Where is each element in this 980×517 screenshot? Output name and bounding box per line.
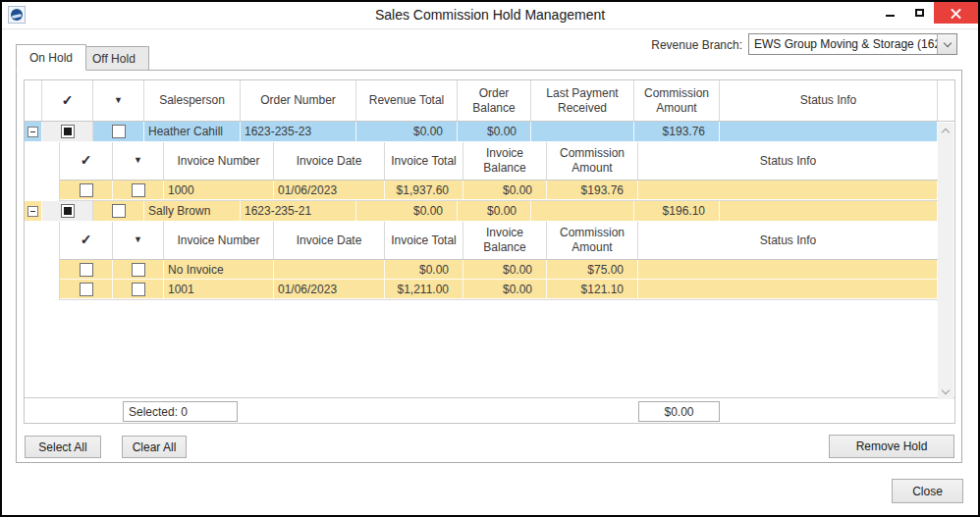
invoice-commission: $121.10 <box>547 280 638 298</box>
col-status-info[interactable]: Status Info <box>720 80 938 121</box>
grid-empty-area <box>25 300 954 397</box>
col-invoice-date[interactable]: Invoice Date <box>274 222 385 259</box>
close-button[interactable]: Close <box>892 479 963 503</box>
vertical-scrollbar[interactable] <box>938 123 953 399</box>
invoice-balance: $0.00 <box>463 280 547 298</box>
status-info <box>720 122 938 141</box>
indeterminate-checkbox[interactable] <box>61 125 75 138</box>
invoice-check-cell[interactable] <box>60 260 113 279</box>
commission-hold-grid: ✓ ▼ Salesperson Order Number Revenue Tot… <box>24 79 955 424</box>
invoice-check-cell[interactable] <box>60 181 113 199</box>
salesperson-row-heather-cahill[interactable]: Heather Cahill 1623-235-23 $0.00 $0.00 $… <box>25 122 938 142</box>
scroll-up-button[interactable] <box>938 123 953 138</box>
invoice-checkbox[interactable] <box>132 183 145 197</box>
dialog-window: Sales Commission Hold Management Revenue… <box>0 0 980 517</box>
collapse-toggle[interactable] <box>25 122 42 141</box>
col-invoice-status[interactable]: Status Info <box>638 142 938 180</box>
check-all-column-header[interactable]: ✓ <box>42 80 93 121</box>
invoice-commission: $75.00 <box>547 260 638 279</box>
scroll-down-button[interactable] <box>938 384 953 399</box>
clear-all-button[interactable]: Clear All <box>122 436 187 458</box>
group-check-cell[interactable] <box>42 201 93 221</box>
invoice-grid-sally-brown: ✓ ▼ Invoice Number Invoice Date Invoice … <box>59 222 938 300</box>
maximize-icon <box>915 9 924 17</box>
title-bar: Sales Commission Hold Management <box>2 2 978 29</box>
invoice-date: 01/06/2023 <box>274 280 385 298</box>
invoice-header-row: ✓ ▼ Invoice Number Invoice Date Invoice … <box>60 142 938 181</box>
invoice-balance: $0.00 <box>463 260 547 279</box>
select-column-header[interactable]: ▼ <box>93 80 144 121</box>
remove-hold-button[interactable]: Remove Hold <box>829 435 954 458</box>
invoice-select-cell[interactable] <box>113 260 164 279</box>
group-select-cell[interactable] <box>93 122 144 141</box>
col-commission-amount[interactable]: Commission Amount <box>634 80 720 121</box>
dropdown-arrow-icon: ▼ <box>134 155 142 166</box>
invoice-checkbox[interactable] <box>132 283 145 296</box>
invoice-balance: $0.00 <box>463 181 547 199</box>
invoice-checkbox[interactable] <box>80 183 93 197</box>
col-invoice-commission[interactable]: Commission Amount <box>547 142 638 180</box>
invoice-total: $1,211.00 <box>385 280 463 298</box>
minimize-button[interactable] <box>875 2 904 24</box>
col-invoice-number[interactable]: Invoice Number <box>164 142 274 180</box>
col-invoice-total[interactable]: Invoice Total <box>385 142 463 180</box>
col-invoice-balance[interactable]: Invoice Balance <box>463 222 547 259</box>
col-invoice-total[interactable]: Invoice Total <box>385 222 463 259</box>
invoice-select-cell[interactable] <box>113 181 164 199</box>
invoice-row-no-invoice[interactable]: No Invoice $0.00 $0.00 $75.00 <box>60 260 938 280</box>
col-order-balance[interactable]: Order Balance <box>458 80 531 121</box>
col-last-payment[interactable]: Last Payment Received <box>531 80 634 121</box>
invoice-checkbox[interactable] <box>80 283 93 296</box>
invoice-select-cell[interactable] <box>113 280 164 298</box>
close-icon <box>951 8 961 19</box>
commission-amount: $196.10 <box>634 201 720 221</box>
col-revenue-total[interactable]: Revenue Total <box>356 80 458 121</box>
invoice-check-all-header[interactable]: ✓ <box>60 142 113 180</box>
row-checkbox[interactable] <box>112 125 126 138</box>
col-invoice-balance[interactable]: Invoice Balance <box>463 142 547 180</box>
col-invoice-status[interactable]: Status Info <box>638 222 938 259</box>
col-salesperson[interactable]: Salesperson <box>144 80 241 121</box>
invoice-select-header[interactable]: ▼ <box>113 142 164 180</box>
selected-count-box: Selected: 0 <box>123 401 238 422</box>
group-check-cell[interactable] <box>42 122 93 141</box>
invoice-select-header[interactable]: ▼ <box>113 222 164 259</box>
revenue-branch-select[interactable]: EWS Group Moving & Storage (1623) <box>748 33 957 55</box>
last-payment-received <box>531 201 634 221</box>
col-order-number[interactable]: Order Number <box>241 80 356 121</box>
invoice-check-all-header[interactable]: ✓ <box>60 222 113 259</box>
salesperson-name: Sally Brown <box>144 201 241 221</box>
status-info <box>720 201 938 221</box>
window-title: Sales Commission Hold Management <box>2 2 978 29</box>
col-invoice-commission[interactable]: Commission Amount <box>547 222 638 259</box>
grid-footer: Selected: 0 $0.00 <box>25 397 954 423</box>
invoice-checkbox[interactable] <box>132 263 145 277</box>
on-hold-panel: ✓ ▼ Salesperson Order Number Revenue Tot… <box>16 70 962 463</box>
select-all-button[interactable]: Select All <box>25 436 101 458</box>
invoice-number: 1000 <box>164 181 274 199</box>
invoice-row-1001[interactable]: 1001 01/06/2023 $1,211.00 $0.00 $121.10 <box>60 280 938 299</box>
last-payment-received <box>531 122 634 141</box>
salesperson-row-sally-brown[interactable]: Sally Brown 1623-235-21 $0.00 $0.00 $196… <box>25 201 938 222</box>
minimize-icon <box>886 15 895 17</box>
invoice-commission: $193.76 <box>547 181 638 199</box>
invoice-checkbox[interactable] <box>80 263 93 277</box>
dropdown-arrow-icon: ▼ <box>114 95 123 106</box>
col-invoice-date[interactable]: Invoice Date <box>274 142 385 180</box>
collapse-minus-icon <box>27 206 38 217</box>
revenue-total: $0.00 <box>356 201 458 221</box>
group-select-cell[interactable] <box>93 201 144 221</box>
chevron-down-icon <box>943 38 951 46</box>
invoice-row-1000[interactable]: 1000 01/06/2023 $1,937.60 $0.00 $193.76 <box>60 181 938 200</box>
tab-off-hold[interactable]: Off Hold <box>79 46 149 71</box>
scrollbar-header-spacer <box>938 80 954 121</box>
close-window-button[interactable] <box>934 2 978 24</box>
col-invoice-number[interactable]: Invoice Number <box>164 222 274 259</box>
combo-dropdown-button[interactable] <box>937 34 956 54</box>
maximize-button[interactable] <box>904 2 934 24</box>
row-checkbox[interactable] <box>112 204 126 218</box>
invoice-check-cell[interactable] <box>60 280 113 298</box>
tab-on-hold[interactable]: On Hold <box>16 44 86 71</box>
indeterminate-checkbox[interactable] <box>61 204 75 218</box>
collapse-toggle[interactable] <box>25 201 42 221</box>
